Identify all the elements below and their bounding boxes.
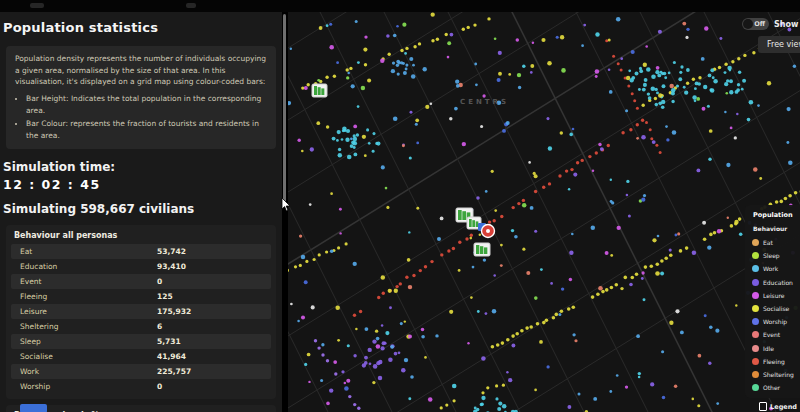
legend-color-dot [752,345,759,352]
map-streets [288,12,800,412]
simulation-time-label: Simulation time: [3,160,282,174]
legend-color-dot [752,318,759,325]
description-bullet: Bar Height: Indicates the total populati… [26,93,267,116]
row-label: Socialise [11,352,53,361]
row-value: 41,964 [157,352,186,361]
description-card: Population density represents the number… [6,46,276,149]
table-row: Event0 [11,274,271,289]
map-viewport[interactable]: CENTRS Off Show Sentiment Free view ▾ Po… [288,12,800,412]
row-value: 0 [157,382,162,391]
legend-item-label: Idle [763,345,774,352]
row-label: Worship [11,382,50,391]
map-markers[interactable] [312,84,495,256]
legend-item-other: Other [751,381,798,394]
legend-panel: Population Behaviour EatSleepWorkEducati… [745,205,800,398]
row-label: Fleeing [11,292,47,301]
row-value: 225,757 [157,367,191,376]
legend-item-eat: Eat [751,236,798,249]
row-value: 0 [157,277,162,286]
description-bullet: Bar Colour: represents the fraction of t… [26,118,267,141]
row-label: Sheltering [11,322,58,331]
legend-color-dot [752,279,759,286]
legend-color-dot [752,265,759,272]
legend-item-label: Socialise [763,305,789,312]
table-rows: Eat53,742Education93,410Event0Fleeing125… [11,244,271,394]
table-row: Fleeing125 [11,289,271,304]
stats-panel: Population statistics Population density… [0,12,282,412]
row-label: Work [11,367,39,376]
table-row: Sheltering6 [11,319,271,334]
legend-item-label: Event [763,331,780,338]
row-value: 125 [157,292,173,301]
row-label: Sleep [11,337,41,346]
simulation-time-value: 12 : 02 : 45 [3,177,282,192]
window-chrome [0,0,800,12]
legend-color-dot [752,384,759,391]
behaviour-table-all-personas: Behaviour all personas Eat53,742Educatio… [6,225,276,399]
legend-item-label: Fleeing [763,358,785,365]
toggle-state: Off [754,20,765,28]
map-district-label: CENTRS [460,98,509,106]
legend-item-education: Education [751,276,798,289]
legend-item-worship: Worship [751,315,798,328]
table-row: Worship0 [11,379,271,394]
legend-item-event: Event [751,328,798,341]
legend-item-sleep: Sleep [751,249,798,262]
table-row: Leisure175,932 [11,304,271,319]
legend-toggle-button[interactable]: Legend [759,402,797,411]
row-label: Eat [11,247,32,256]
description-bullets: Bar Height: Indicates the total populati… [15,93,267,142]
row-label: Education [11,262,57,271]
table-row: Eat53,742 [11,244,271,259]
legend-item-label: Education [763,279,793,286]
view-mode-button[interactable]: Free view ▾ [758,36,800,53]
table-row: Socialise41,964 [11,349,271,364]
description-intro: Population density represents the number… [15,53,267,88]
legend-item-leisure: Leisure [751,289,798,302]
legend-item-sheltering: Sheltering [751,368,798,381]
chrome-fragment [30,3,44,8]
legend-item-label: Worship [763,318,787,325]
legend-icon [759,402,767,411]
legend-item-label: Work [763,265,778,272]
legend-button-label: Legend [770,403,797,411]
legend-item-idle: Idle [751,342,798,355]
legend-item-label: Sheltering [763,371,794,378]
view-mode-label: Free view [767,40,800,49]
legend-color-dot [752,358,759,365]
legend-color-dot [752,292,759,299]
legend-color-dot [752,239,759,246]
map-canvas [288,12,800,412]
legend-color-dot [752,305,759,312]
legend-items: EatSleepWorkEducationLeisureSocialiseWor… [751,236,798,394]
legend-color-dot [752,371,759,378]
row-value: 5,731 [157,337,181,346]
legend-item-fleeing: Fleeing [751,355,798,368]
row-value: 175,932 [157,307,191,316]
row-label: Leisure [11,307,47,316]
legend-color-dot [752,331,759,338]
legend-item-label: Other [763,384,780,391]
table-row: Education93,410 [11,259,271,274]
legend-item-label: Sleep [763,252,780,259]
panel-scrollbar[interactable] [283,14,286,202]
row-value: 93,410 [157,262,186,271]
selection-highlight-fragment [20,404,47,412]
row-label: Event [11,277,42,286]
legend-item-socialise: Socialise [751,302,798,315]
chrome-fragment [186,3,196,8]
legend-title: Population [753,211,798,219]
row-value: 6 [157,322,162,331]
legend-item-label: Eat [763,239,773,246]
sentiment-control: Off Show Sentiment [742,18,800,30]
toggle-knob-icon [743,19,753,29]
sentiment-toggle[interactable]: Off [742,18,769,30]
table-row: Work225,757 [11,364,271,379]
legend-item-work: Work [751,262,798,275]
table-header: Behaviour all personas [11,229,271,244]
legend-item-label: Leisure [763,292,785,299]
legend-color-dot [752,252,759,259]
app-window: Population statistics Population density… [0,0,800,412]
panel-title: Population statistics [3,20,282,35]
civilians-count: Simulating 598,667 civilians [3,202,282,216]
